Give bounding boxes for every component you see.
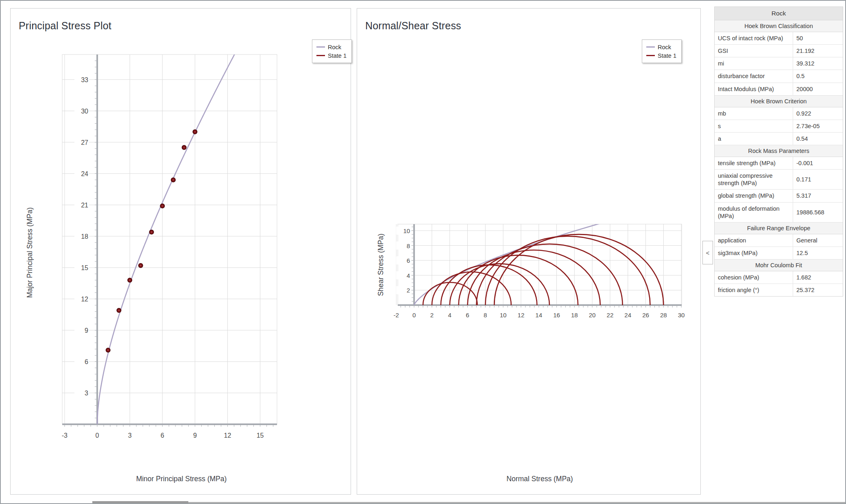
sidebar-collapse-button[interactable]: <: [702, 241, 713, 264]
data-point-center: [184, 147, 185, 148]
x-tick-label: 15: [257, 432, 264, 439]
table-row-value: 19886.568: [793, 203, 843, 222]
data-point-center: [151, 231, 152, 232]
y-tick-label: 3: [85, 390, 88, 397]
x-tick-label: 6: [161, 432, 164, 439]
table-row: friction angle (°)25.372: [715, 284, 843, 296]
table-row-value: 0.5: [793, 70, 843, 82]
y-tick-label: 2: [407, 287, 410, 294]
table-row: Intact Modulus (MPa)20000: [715, 83, 843, 96]
mohr-circles-chart[interactable]: -2024681012141618202224262830246810: [357, 9, 700, 494]
y-tick-label: 24: [81, 170, 88, 177]
plot-border: [62, 55, 277, 424]
rock-line-swatch: [646, 46, 655, 48]
x-tick-label: 0: [96, 432, 99, 439]
y-tick-label: 27: [81, 139, 88, 146]
table-row-value: 12.5: [793, 247, 843, 259]
table-row-label: s: [715, 120, 793, 132]
state1-line-swatch: [316, 55, 325, 56]
mohr-circle: [467, 250, 600, 305]
mohr-circle: [476, 244, 622, 305]
x-tick-label: 22: [607, 312, 614, 319]
x-tick-label: 12: [224, 432, 231, 439]
table-row-value: 5.317: [793, 190, 843, 202]
x-tick-label: 20: [589, 312, 596, 319]
table-row-value: 1.682: [793, 271, 843, 284]
table-row: cohesion (MPa)1.682: [715, 271, 843, 284]
table-row: uniaxial compressive strength (MPa)0.171: [715, 170, 843, 190]
table-row-label: global strength (MPa): [715, 190, 793, 202]
state1-line-swatch: [646, 55, 655, 56]
data-point-center: [129, 280, 130, 281]
legend-item-state1[interactable]: State 1: [646, 51, 676, 60]
data-point-center: [140, 265, 141, 266]
table-row-label: disturbance factor: [715, 70, 793, 82]
table-row-label: friction angle (°): [715, 284, 793, 296]
table-row: UCS of intact rock (MPa)50: [715, 32, 843, 45]
y-tick-label: 12: [81, 296, 88, 303]
y-tick-label: 21: [81, 202, 88, 209]
y-tick-label: 6: [85, 358, 88, 365]
table-row: mb0.922: [715, 107, 843, 120]
table-row-value: -0.001: [793, 157, 843, 169]
principal-stress-panel: Principal Stress Plot Major Principal St…: [10, 8, 351, 495]
rock-table-body: Hoek Brown ClassificationUCS of intact r…: [715, 20, 843, 296]
x-tick-label: 28: [660, 312, 667, 319]
x-tick-label: 26: [642, 312, 649, 319]
table-row-value: 39.312: [793, 57, 843, 70]
bottom-panel-edge-dark: [92, 501, 188, 503]
x-tick-label: 9: [193, 432, 197, 439]
legend-item-rock[interactable]: Rock: [316, 43, 347, 51]
plot-border: [398, 224, 682, 305]
table-section-header: Hoek Brown Criterion: [715, 96, 843, 107]
y-tick-label: 10: [403, 227, 410, 234]
chevron-left-icon: <: [706, 249, 710, 256]
principal-stress-chart[interactable]: -3036912153691215182124273033: [11, 9, 351, 494]
x-tick-label: 2: [430, 312, 434, 319]
table-row: disturbance factor0.5: [715, 70, 843, 83]
x-tick-label: 12: [518, 312, 525, 319]
y-tick-label: 6: [407, 257, 410, 264]
x-tick-label: 30: [678, 312, 685, 319]
rock-failure-curve: [97, 9, 277, 424]
legend-item-rock[interactable]: Rock: [646, 43, 676, 51]
table-row: global strength (MPa)5.317: [715, 190, 843, 202]
table-row-label: sig3max (MPa): [715, 247, 793, 259]
data-point-center: [162, 205, 163, 206]
table-row: GSI21.192: [715, 45, 843, 57]
data-point-center: [194, 131, 195, 132]
data-point-center: [118, 310, 119, 311]
y-tick-label: 30: [81, 108, 88, 115]
x-tick-label: 0: [412, 312, 416, 319]
rock-table: Rock Hoek Brown ClassificationUCS of int…: [714, 7, 843, 297]
table-row-value: 21.192: [793, 45, 843, 57]
y-tick-label: 18: [81, 233, 88, 240]
data-point-center: [173, 179, 174, 180]
y-tick-label: 33: [81, 76, 88, 83]
y-tick-label: 9: [85, 327, 88, 334]
table-row-label: GSI: [715, 45, 793, 57]
legend-item-state1[interactable]: State 1: [316, 51, 347, 60]
x-tick-label: 3: [128, 432, 132, 439]
table-section-header: Hoek Brown Classification: [715, 20, 843, 32]
table-row: modulus of deformation (MPa)19886.568: [715, 203, 843, 223]
table-row: tensile strength (MPa)-0.001: [715, 157, 843, 170]
table-section-header: Failure Range Envelope: [715, 223, 843, 234]
x-tick-label: 24: [624, 312, 631, 319]
table-row: s2.73e-05: [715, 120, 843, 133]
x-tick-label: 14: [535, 312, 542, 319]
normal-shear-panel: Normal/Shear Stress Shear Stress (MPa) N…: [357, 8, 701, 495]
table-row-label: cohesion (MPa): [715, 271, 793, 284]
table-row-value: 2.73e-05: [793, 120, 843, 132]
table-section-header: Rock Mass Parameters: [715, 145, 843, 157]
table-row: sig3max (MPa)12.5: [715, 247, 843, 260]
x-tick-label: 6: [466, 312, 469, 319]
table-row-label: a: [715, 133, 793, 145]
table-row-label: UCS of intact rock (MPa): [715, 32, 793, 44]
table-section-header: Mohr Coulomb Fit: [715, 260, 843, 271]
mohr-circle: [432, 272, 511, 305]
table-row-value: 0.171: [793, 170, 843, 189]
table-row-value: 20000: [793, 83, 843, 95]
table-row: mi39.312: [715, 57, 843, 70]
x-tick-label: 4: [448, 312, 451, 319]
